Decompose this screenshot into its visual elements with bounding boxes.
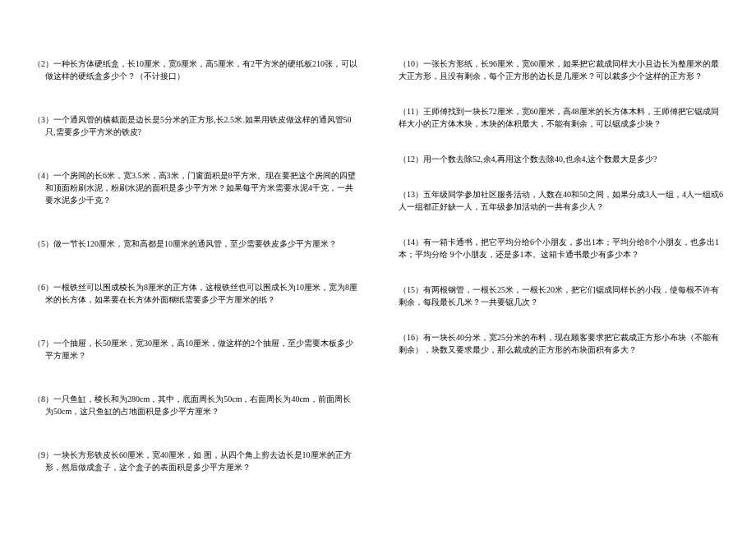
problem-10: （10）一张长方形纸，长96厘米，宽60厘米，如果把它裁成同样大小且边长为整厘米… [399,58,723,82]
problem-14: （14）有一箱卡通书，把它平均分给6个小朋友，多出1本；平均分给8个小朋友，也多… [399,236,723,261]
problem-8: （8）一只鱼缸，棱长和为280cm，其中，底面周长为50cm，右面周长为40cm… [33,393,357,417]
problem-2: （2）一种长方体硬纸盒，长10厘米，宽6厘米，高5厘米，有2平方米的硬纸板210… [33,58,357,82]
problem-4: （4）一个房间的长6米，宽3.5米，高3米，门窗面积是8平方米。现在要把这个房间… [33,169,357,206]
problem-9: （9）一块长方形铁皮长60厘米，宽40厘米，如 图，从四个角上剪去边长是10厘米… [33,449,357,473]
problem-7: （7）一个抽屉，长50厘米，宽30厘米，高10厘米，做这样的2个抽屉，至少需要木… [33,337,357,362]
problem-6: （6）一根铁丝可以围成棱长为8厘米的正方体，这根铁丝也可以围成长为10厘米，宽为… [33,281,357,306]
problem-16: （16）有一块长40分米，宽25分米的布料，现在顾客要求把它裁成正方形小布块（不… [399,331,723,356]
left-column: （2）一种长方体硬纸盒，长10厘米，宽6厘米，高5厘米，有2平方米的硬纸板210… [33,58,382,519]
problem-15: （15）有两根钢管，一根长25米，一根长20米，把它们锯成同样长的小段，使每根不… [399,284,723,308]
problem-12: （12）用一个数去除52,余4,再用这个数去除40,也余4,这个数最大是多少? [399,153,723,165]
problem-13: （13）五年级同学参加社区服务活动，人数在40和50之间，如果分成3人一组，4人… [399,188,723,213]
problem-5: （5）做一节长120厘米，宽和高都是10厘米的通风管，至少需要铁皮多少平方厘米？ [33,238,357,250]
right-column: （10）一张长方形纸，长96厘米，宽60厘米，如果把它裁成同样大小且边长为整厘米… [382,58,723,519]
problem-3: （3）一个通风管的横截面是边长是5分米的正方形,长2.5米.如果用铁皮做这样的通… [33,113,357,138]
problem-11: （11）王师傅找到一块长72厘米，宽60厘米，高48厘米的长方体木料，王师傅把它… [399,105,723,130]
